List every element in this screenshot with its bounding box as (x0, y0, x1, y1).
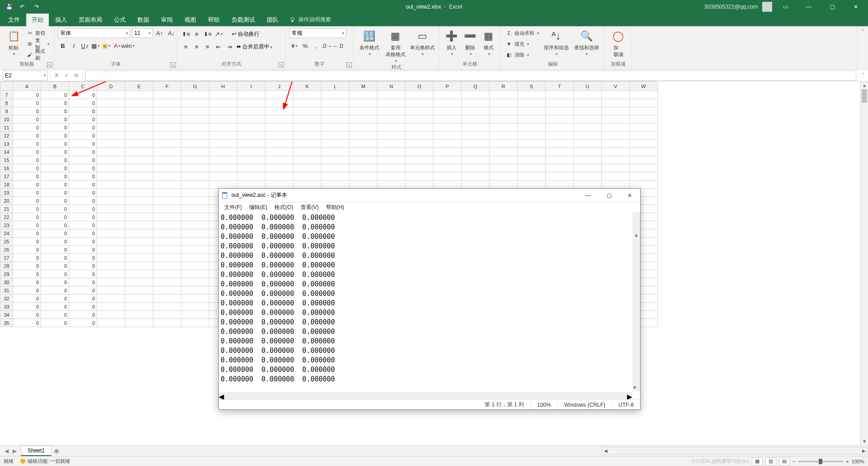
cell-J9[interactable] (265, 107, 293, 115)
cell-O7[interactable] (406, 91, 434, 99)
cell-G16[interactable] (181, 164, 209, 172)
cell-G26[interactable] (181, 246, 209, 254)
cell-A24[interactable]: 0 (13, 229, 41, 238)
cell-A12[interactable]: 0 (13, 132, 41, 140)
cell-H10[interactable] (209, 115, 237, 124)
collapse-ribbon-icon[interactable]: ˄ (857, 26, 868, 70)
select-all-corner[interactable] (0, 82, 13, 91)
cell-S17[interactable] (518, 172, 546, 181)
cell-J12[interactable] (265, 132, 293, 140)
col-header-G[interactable]: G (181, 82, 209, 91)
cell-W18[interactable] (630, 181, 658, 189)
cell-S7[interactable] (518, 91, 546, 99)
conditional-formatting-button[interactable]: 🔢条件格式▾ (357, 28, 382, 56)
cell-A35[interactable]: 0 (13, 319, 41, 327)
cell-F17[interactable] (153, 172, 181, 181)
cell-A25[interactable]: 0 (13, 238, 41, 246)
col-header-N[interactable]: N (377, 82, 406, 91)
cell-D14[interactable] (97, 148, 125, 156)
cell-B28[interactable]: 0 (41, 262, 69, 270)
cell-F20[interactable] (153, 197, 181, 205)
cell-W10[interactable] (630, 115, 658, 124)
cell-R16[interactable] (490, 164, 518, 172)
cell-N13[interactable] (377, 140, 406, 148)
cell-G33[interactable] (181, 303, 209, 311)
scroll-left-icon[interactable]: ◀ (602, 448, 609, 453)
view-page-layout-icon[interactable]: ▥ (765, 457, 776, 466)
col-header-B[interactable]: B (41, 82, 69, 91)
cell-U9[interactable] (574, 107, 602, 115)
cell-A10[interactable]: 0 (13, 115, 41, 124)
tab-审阅[interactable]: 审阅 (156, 13, 178, 26)
col-header-M[interactable]: M (349, 82, 377, 91)
cell-M8[interactable] (349, 99, 377, 107)
col-header-J[interactable]: J (265, 82, 293, 91)
cell-E29[interactable] (125, 270, 153, 278)
cell-G17[interactable] (181, 172, 209, 181)
cell-G12[interactable] (181, 132, 209, 140)
cell-A31[interactable]: 0 (13, 286, 41, 295)
cell-F19[interactable] (153, 189, 181, 197)
dialog-launcher-icon[interactable]: ↘ (278, 62, 284, 68)
cell-V16[interactable] (602, 164, 630, 172)
percent-icon[interactable]: % (300, 41, 310, 51)
cell-B17[interactable]: 0 (41, 172, 69, 181)
format-cells-button[interactable]: ▦格式▾ (480, 28, 497, 56)
cell-N10[interactable] (377, 115, 406, 124)
cell-L8[interactable] (321, 99, 349, 107)
increase-decimal-icon[interactable]: .0→ (322, 41, 332, 51)
cell-F15[interactable] (153, 156, 181, 164)
align-center-icon[interactable]: ≡ (192, 42, 202, 52)
cell-N12[interactable] (377, 132, 406, 140)
cell-G15[interactable] (181, 156, 209, 164)
cell-B24[interactable]: 0 (41, 229, 69, 238)
cell-O11[interactable] (406, 124, 434, 132)
cell-T12[interactable] (546, 132, 574, 140)
cell-V9[interactable] (602, 107, 630, 115)
redo-icon[interactable]: ↷▾ (33, 2, 43, 12)
cell-N14[interactable] (377, 148, 406, 156)
increase-font-icon[interactable]: A↑ (155, 28, 165, 38)
col-header-P[interactable]: P (434, 82, 462, 91)
cell-C34[interactable]: 0 (69, 311, 97, 319)
cell-I9[interactable] (237, 107, 265, 115)
cell-A21[interactable]: 0 (13, 205, 41, 213)
notepad-maximize-button[interactable]: ▢ (599, 189, 619, 202)
copy-button[interactable]: ⧉复制▾ (25, 39, 50, 49)
cell-E11[interactable] (125, 124, 153, 132)
cell-V12[interactable] (602, 132, 630, 140)
font-name-select[interactable]: 宋体▾ (58, 28, 130, 38)
cell-A13[interactable]: 0 (13, 140, 41, 148)
cell-R12[interactable] (490, 132, 518, 140)
cell-D28[interactable] (97, 262, 125, 270)
cell-A19[interactable]: 0 (13, 189, 41, 197)
cell-G27[interactable] (181, 254, 209, 262)
cell-C16[interactable]: 0 (69, 164, 97, 172)
cell-S8[interactable] (518, 99, 546, 107)
row-header-25[interactable]: 25 (0, 238, 13, 246)
cell-O12[interactable] (406, 132, 434, 140)
align-top-icon[interactable]: ⬆≡ (181, 29, 191, 39)
merge-center-button[interactable]: ⬌合并后居中▾ (235, 43, 272, 51)
row-header-7[interactable]: 7 (0, 91, 13, 99)
cell-G20[interactable] (181, 197, 209, 205)
maximize-button[interactable]: ▢ (822, 0, 843, 14)
cancel-formula-icon[interactable]: ✕ (52, 72, 61, 79)
cell-E18[interactable] (125, 181, 153, 189)
cell-P17[interactable] (434, 172, 462, 181)
cell-A14[interactable]: 0 (13, 148, 41, 156)
cell-W12[interactable] (630, 132, 658, 140)
col-header-K[interactable]: K (293, 82, 321, 91)
tab-公式[interactable]: 公式 (108, 13, 131, 26)
cell-A20[interactable]: 0 (13, 197, 41, 205)
row-header-32[interactable]: 32 (0, 295, 13, 303)
cell-F8[interactable] (153, 99, 181, 107)
cell-H17[interactable] (209, 172, 237, 181)
currency-icon[interactable]: ¥▾ (289, 41, 299, 51)
cell-U17[interactable] (574, 172, 602, 181)
cell-F34[interactable] (153, 311, 181, 319)
notepad-text-area[interactable]: 0.000000 0.000000 0.000000 0.000000 0.00… (219, 212, 640, 399)
cell-Q12[interactable] (462, 132, 490, 140)
notepad-menu-item[interactable]: 查看(V) (298, 203, 321, 212)
cell-D17[interactable] (97, 172, 125, 181)
